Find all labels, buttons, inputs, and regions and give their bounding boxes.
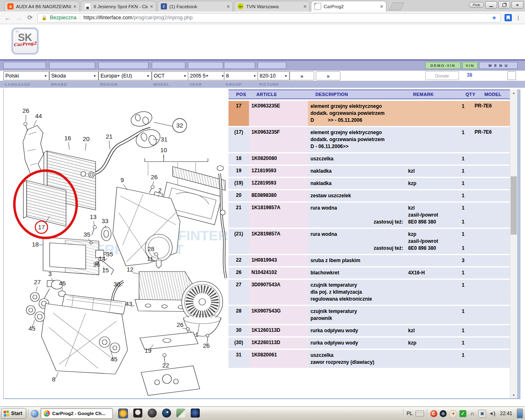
part-callout-19[interactable]: 19 — [145, 347, 152, 354]
active-task-button[interactable]: CarProg2 - Google Ch... — [41, 408, 113, 419]
part-callout-36[interactable]: 36 — [93, 261, 100, 268]
steam-tray-icon[interactable]: ◎ — [440, 410, 447, 417]
dark-orb-icon[interactable] — [148, 409, 157, 418]
part-callout-10[interactable]: 10 — [160, 146, 167, 153]
screenshot-tool-icon[interactable] — [176, 409, 185, 418]
tab-close-icon[interactable]: × — [227, 4, 230, 9]
model-select[interactable]: OCT▼ — [152, 71, 189, 80]
region-select[interactable]: Europa+ (EU)▼ — [98, 71, 152, 80]
part-callout-44[interactable]: 44 — [35, 112, 42, 119]
address-bar[interactable]: 🔒 Bezpieczna | https://ifinterface.com/p… — [37, 13, 501, 23]
part-callout-9[interactable]: 9 — [121, 176, 124, 183]
part-callout-33[interactable]: 33 — [102, 217, 109, 224]
table-row[interactable]: 301K1260113Drurka odplywu wodykzl1 — [228, 325, 510, 338]
new-tab-button[interactable] — [389, 2, 404, 10]
back-icon[interactable]: ← — [4, 14, 11, 21]
network-tray-icon[interactable]: ▣ — [478, 410, 486, 418]
table-row[interactable]: 311K0820061uszczelkazawor rozprezny (dla… — [228, 350, 510, 369]
tab-close-icon[interactable]: × — [304, 4, 306, 9]
part-callout-15[interactable]: 15 — [102, 267, 109, 274]
browser-tab[interactable]: CarProg2× — [311, 1, 386, 11]
clock[interactable]: 22:41 — [498, 411, 514, 416]
part-callout-17[interactable]: 17 — [38, 224, 45, 231]
demo-vin-button[interactable]: DEMO-VIN — [425, 62, 461, 69]
close-button[interactable]: × — [511, 1, 523, 9]
donate-button[interactable]: Donate — [425, 71, 459, 80]
year-select[interactable]: 2005 5+▼ — [188, 71, 226, 80]
part-callout-21[interactable]: 21 — [106, 133, 113, 140]
part-callout-27[interactable]: 27 — [34, 278, 41, 285]
picture-select[interactable]: 820-10▼ — [258, 71, 290, 80]
volume-mixer-tray-icon[interactable]: ◄ — [449, 410, 457, 418]
table-row[interactable]: (30)1K2260113Drurka odplywu wodykzp1 — [228, 338, 510, 350]
keyboard-icon[interactable] — [415, 411, 424, 417]
part-callout-11[interactable]: 11 — [147, 255, 153, 262]
part-callout-3[interactable]: 3 — [48, 270, 52, 277]
forward-icon[interactable]: → — [15, 14, 23, 21]
panda-app-icon[interactable] — [133, 409, 142, 418]
scrollbar-thumb[interactable] — [511, 176, 517, 235]
table-row[interactable]: 208E0898380zestaw uszczelek 1 — [228, 190, 510, 203]
table-row[interactable]: 191Z1819593nakladkakzl1 — [228, 166, 510, 178]
profile-button[interactable]: Piotr — [469, 2, 484, 8]
scroll-up-icon[interactable]: ▲ — [510, 89, 517, 96]
part-callout-31[interactable]: 31 — [161, 136, 168, 143]
part-callout-12[interactable]: 12 — [127, 266, 134, 273]
part-callout-26[interactable]: 26 — [151, 173, 158, 180]
vin-button[interactable]: VIN — [462, 62, 478, 69]
browser-tab[interactable]: f(1) Facebook× — [158, 1, 233, 11]
start-button[interactable]: Start — [1, 408, 26, 419]
language-select[interactable]: Polski▼ — [3, 71, 49, 80]
part-callout-45[interactable]: 45 — [29, 325, 36, 332]
reload-icon[interactable]: ⟳ — [26, 14, 34, 21]
part-callout-1[interactable]: 1 — [195, 331, 199, 338]
parts-diagram[interactable]: IFINTERFACE.NET IFINTERFACE.NET — [4, 89, 228, 398]
tab-close-icon[interactable]: × — [380, 4, 383, 9]
speaker-tray-icon[interactable]: ◄) — [488, 410, 495, 417]
bookmark-star-icon[interactable]: ★ — [491, 14, 497, 21]
bookmark-extension-icon[interactable] — [504, 14, 512, 21]
part-callout-26[interactable]: 26 — [203, 342, 210, 349]
part-callout-30[interactable]: 30 — [114, 281, 121, 288]
part-callout-26[interactable]: 26 — [23, 107, 30, 114]
steam-icon[interactable] — [162, 409, 171, 418]
part-callout-45[interactable]: 45 — [111, 356, 118, 363]
scroll-down-icon[interactable]: ▼ — [510, 392, 517, 398]
minimize-button[interactable] — [485, 1, 497, 9]
tab-close-icon[interactable]: × — [73, 4, 76, 9]
chrome-menu-icon[interactable]: ⋮ — [516, 15, 521, 21]
part-callout-35[interactable]: 35 — [106, 251, 113, 258]
table-row[interactable]: 181K0820080uszczelka 1 — [228, 153, 510, 166]
part-callout-2[interactable]: 2 — [158, 187, 162, 194]
part-callout-22[interactable]: 22 — [162, 362, 169, 369]
brand-select[interactable]: Skoda▼ — [49, 71, 98, 80]
part-callout-16[interactable]: 16 — [64, 135, 71, 142]
restore-button[interactable] — [498, 1, 510, 9]
ccleaner-tray-icon[interactable]: C — [430, 410, 437, 417]
previous-picture-button[interactable]: « — [290, 71, 314, 80]
table-row[interactable]: 273D0907543Aczujnik temperaturydla poj. … — [228, 280, 510, 306]
hearthstone-icon[interactable] — [118, 409, 128, 418]
table-row[interactable]: (17)1K0963235Felement grzejny elektryczn… — [228, 127, 510, 153]
part-callout-35[interactable]: 35 — [84, 231, 91, 238]
part-callout-26[interactable]: 26 — [177, 321, 184, 328]
part-callout-18[interactable]: 18 — [32, 241, 39, 248]
headphones-tray-icon[interactable]: ∩ — [469, 410, 476, 417]
group-select[interactable]: 8▼ — [224, 71, 258, 80]
show-desktop-button[interactable] — [517, 409, 523, 418]
antivirus-shield-tray-icon[interactable]: ✓ — [459, 410, 466, 417]
table-row[interactable]: 171K0963235Eelement grzejny elektryczneg… — [228, 101, 510, 127]
tab-close-icon[interactable]: × — [150, 4, 153, 9]
part-callout-32[interactable]: 32 — [176, 122, 183, 129]
part-callout-20[interactable]: 20 — [83, 135, 90, 142]
part-callout-43[interactable]: 43 — [126, 300, 132, 307]
table-scrollbar[interactable]: ▲ ▼ — [510, 89, 517, 398]
table-row[interactable]: 26N10424102blachowkret4X16-H1 — [228, 267, 510, 280]
next-picture-button[interactable]: » — [316, 71, 340, 80]
language-indicator[interactable]: PL — [406, 411, 413, 416]
part-callout-45[interactable]: 45 — [59, 280, 66, 287]
browser-tab[interactable]: aAUDI A4 B6 NAGRZEWNICA× — [4, 1, 80, 11]
part-callout-8[interactable]: 8 — [52, 376, 55, 383]
table-row[interactable]: 281K0907543Gczujnik temperaturyparownik … — [228, 306, 510, 325]
table-row[interactable]: (19)1Z2819593nakladkakzp1 — [228, 178, 510, 190]
